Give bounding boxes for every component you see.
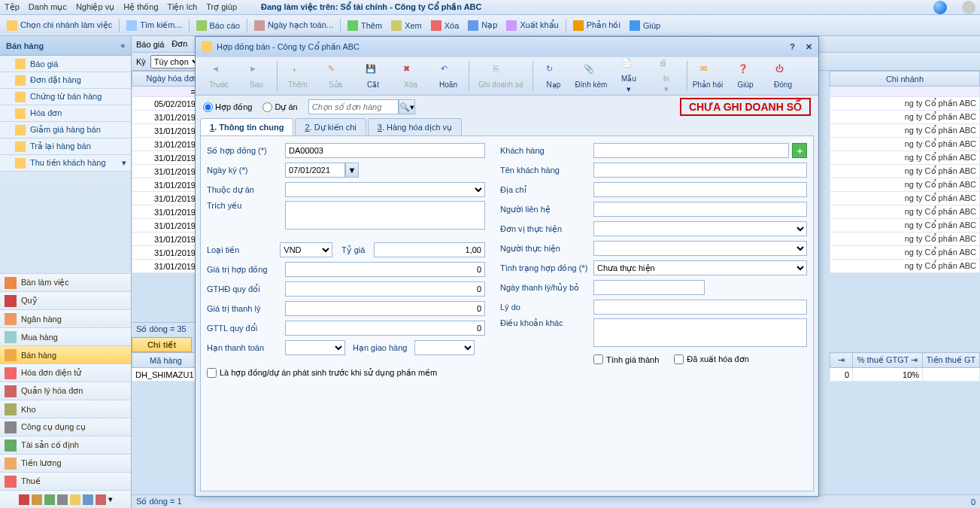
avatar-icon[interactable] — [962, 1, 975, 14]
exec-unit-select[interactable] — [593, 221, 807, 236]
sign-date-input[interactable] — [285, 163, 345, 178]
menu-category[interactable]: Danh mục — [29, 2, 67, 12]
footer-icon[interactable] — [32, 494, 42, 505]
customer-name-input[interactable] — [593, 163, 807, 178]
feedback-button[interactable]: Phản hồi — [571, 20, 623, 31]
section-desktop[interactable]: Bàn làm việc — [0, 273, 131, 291]
order-search-input[interactable] — [308, 99, 399, 114]
branch-cell[interactable]: ng ty Cổ phần ABC — [830, 178, 980, 192]
branch-cell[interactable]: ng ty Cổ phần ABC — [830, 138, 980, 151]
dialog-close-button[interactable]: ✕ — [806, 42, 812, 52]
currency-select[interactable]: VND — [280, 242, 332, 257]
legacy-contract-checkbox[interactable]: Là hợp đồng/dự án phát sinh trước khi sử… — [207, 368, 485, 378]
nav-order[interactable]: Đơn đặt hàng — [0, 72, 131, 89]
col-item-code[interactable]: Mã hàng — [132, 353, 200, 368]
contact-input[interactable] — [593, 202, 807, 217]
footer-icon[interactable] — [83, 494, 93, 505]
menu-business[interactable]: Nghiệp vụ — [76, 2, 114, 12]
col-pin[interactable]: ⇥ — [830, 353, 853, 368]
sidebar-collapse-icon[interactable]: « — [120, 41, 125, 50]
globe-icon[interactable] — [933, 1, 947, 14]
footer-icon[interactable] — [19, 494, 29, 505]
executor-select[interactable] — [593, 241, 807, 256]
branch-cell[interactable]: ng ty Cổ phần ABC — [830, 205, 980, 219]
col-tax-amt[interactable]: Tiền thuế GT — [923, 353, 980, 368]
nav-quote[interactable]: Báo giá — [0, 56, 131, 72]
rate-input[interactable] — [374, 242, 485, 257]
gthd-converted-input[interactable] — [285, 281, 485, 297]
section-einvoice[interactable]: Hóa đơn điện tử — [0, 364, 131, 382]
date-cell[interactable]: 31/01/2019 — [132, 192, 199, 205]
nav-discount[interactable]: Giảm giá hàng bán — [0, 122, 131, 138]
add-button[interactable]: Thêm — [345, 20, 384, 31]
dlg-attach-button[interactable]: 📎Đính kèm — [572, 58, 610, 94]
date-cell[interactable]: 31/01/2019 — [132, 246, 199, 260]
calc-cost-checkbox[interactable]: Tính giá thành — [593, 354, 659, 364]
branch-cell[interactable]: ng ty Cổ phần ABC — [830, 233, 980, 246]
next-button[interactable]: ►Sau — [238, 58, 275, 94]
delete-button[interactable]: Xóa — [429, 20, 462, 31]
footer-icon[interactable] — [44, 494, 55, 505]
export-button[interactable]: Xuất khẩu — [504, 20, 560, 31]
section-invoice-mgmt[interactable]: Quản lý hóa đơn — [0, 382, 131, 400]
branch-cell[interactable]: ng ty Cổ phần ABC — [830, 260, 980, 273]
item-code-cell[interactable]: DH_SHIMAZU1 — [132, 368, 200, 382]
branch-grid[interactable]: Chi nhánh ng ty Cổ phần ABCng ty Cổ phần… — [830, 71, 980, 273]
section-bank[interactable]: Ngân hàng — [0, 309, 131, 327]
col-tax-pct[interactable]: % thuế GTGT ⇥ — [853, 353, 923, 368]
dlg-edit-button[interactable]: ✎Sửa — [317, 58, 354, 94]
footer-icon[interactable] — [96, 494, 106, 505]
branch-cell[interactable]: ng ty Cổ phần ABC — [830, 111, 980, 124]
date-cell[interactable]: 31/01/2019 — [132, 151, 199, 165]
nav-invoice[interactable]: Hóa đơn — [0, 105, 131, 122]
tab-expected-cost[interactable]: 2. Dự kiến chi — [295, 118, 366, 135]
content-tab-order[interactable]: Đơn — [171, 39, 187, 49]
date-cell[interactable]: 31/01/2019 — [132, 165, 199, 178]
section-sales[interactable]: Bán hàng — [0, 345, 131, 364]
section-fund[interactable]: Quỹ — [0, 291, 131, 309]
menu-system[interactable]: Hệ thống — [123, 2, 158, 12]
dlg-template-button[interactable]: 📄Mẫu▾ — [610, 58, 648, 94]
report-button[interactable]: Báo cáo — [194, 20, 242, 31]
invoice-grid[interactable]: Ngày hóa đơn = 05/02/201931/01/201931/01… — [132, 71, 199, 273]
branch-cell[interactable]: ng ty Cổ phần ABC — [830, 97, 980, 111]
date-cell[interactable]: 31/01/2019 — [132, 205, 199, 219]
gttl-converted-input[interactable] — [285, 321, 485, 336]
dlg-save-button[interactable]: 💾Cắt — [354, 58, 392, 94]
payment-due-select[interactable] — [285, 340, 345, 355]
liquidation-value-input[interactable] — [285, 301, 485, 316]
section-tax[interactable]: Thuế — [0, 472, 131, 490]
footer-more-icon[interactable]: ▾ — [108, 494, 113, 504]
footer-icon[interactable] — [57, 494, 68, 505]
date-cell[interactable]: 31/01/2019 — [132, 178, 199, 192]
tab-goods-services[interactable]: 3. Hàng hóa dịch vụ — [368, 118, 462, 135]
dlg-add-button[interactable]: ＋Thêm — [279, 58, 317, 94]
date-cell[interactable]: 31/01/2019 — [132, 260, 199, 273]
tab-general-info[interactable]: 1. Thông tin chung — [200, 118, 293, 135]
contract-no-input[interactable] — [285, 143, 485, 158]
content-tab-quote[interactable]: Báo giá — [136, 40, 164, 49]
section-warehouse[interactable]: Kho — [0, 400, 131, 418]
search-button[interactable]: Tìm kiếm... — [124, 20, 184, 31]
add-customer-button[interactable]: ＋ — [792, 143, 807, 158]
branch-cell[interactable]: ng ty Cổ phần ABC — [830, 192, 980, 205]
menu-utility[interactable]: Tiện ích — [168, 2, 198, 12]
branch-cell[interactable]: ng ty Cổ phần ABC — [830, 151, 980, 165]
section-purchase[interactable]: Mua hàng — [0, 327, 131, 345]
nav-sales-voucher[interactable]: Chứng từ bán hàng — [0, 89, 131, 105]
dlg-help-button[interactable]: ❓Giúp — [727, 58, 764, 94]
date-cell[interactable]: 31/01/2019 — [132, 111, 199, 124]
section-salary[interactable]: Tiền lương — [0, 454, 131, 472]
menu-file[interactable]: Tệp — [5, 2, 20, 12]
dlg-delete-button[interactable]: ✖Xóa — [392, 58, 429, 94]
order-search-combo[interactable]: 🔍▾ — [308, 99, 415, 114]
accounting-date-button[interactable]: Ngày hạch toán... — [252, 20, 335, 31]
col-branch[interactable]: Chi nhánh — [830, 71, 980, 87]
footer-icon[interactable] — [70, 494, 80, 505]
contract-value-input[interactable] — [285, 262, 485, 277]
prev-button[interactable]: ◄Trước — [200, 58, 238, 94]
branch-cell[interactable]: ng ty Cổ phần ABC — [830, 219, 980, 233]
reason-input[interactable] — [593, 300, 807, 315]
address-input[interactable] — [593, 182, 807, 197]
order-search-button[interactable]: 🔍▾ — [399, 99, 415, 114]
